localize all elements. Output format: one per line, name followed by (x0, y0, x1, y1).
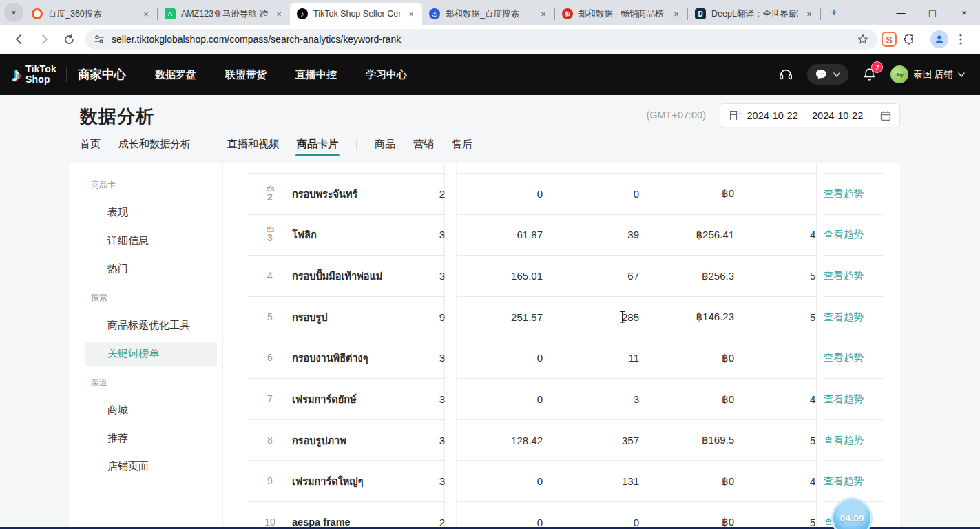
seller-center-nav: ♪ TikTok Shop 商家中心数据罗盘联盟带货直播中控学习中心 7 Jay… (0, 54, 980, 95)
analytics-tab-营销[interactable]: 营销 (413, 138, 434, 156)
back-button[interactable] (9, 29, 30, 50)
store-switcher[interactable]: Jay 泰国 店铺 (890, 65, 965, 83)
analytics-tab-首页[interactable]: 首页 (80, 138, 101, 156)
view-trend-link[interactable]: 查看趋势 (824, 256, 879, 296)
window-close-button[interactable]: × (948, 0, 980, 25)
browser-tab-title: 百度_360搜索 (48, 8, 135, 20)
browser-tab[interactable]: 百度_360搜索× (25, 3, 157, 25)
sidebar-item-商城[interactable]: 商城 (85, 398, 217, 422)
tab-close-icon[interactable]: × (538, 8, 549, 19)
browser-tab-title: DeepL翻译：全世界最准 (711, 8, 798, 20)
nav-item-学习中心[interactable]: 学习中心 (366, 68, 407, 81)
date-start-value[interactable]: 2024-10-22 (747, 110, 798, 121)
keyword-cell: กรอบรูป (292, 297, 438, 338)
browser-tab[interactable]: ⚓郑和数据_百度搜索× (422, 3, 554, 25)
metric-cell-b: 3 (570, 379, 639, 419)
tab-search-chevron-icon[interactable]: ▾ (4, 3, 23, 22)
view-trend-link[interactable]: 查看趋势 (824, 215, 879, 256)
metric-cell-b: 0 (570, 174, 639, 214)
url-bar[interactable]: seller.tiktokglobalshop.com/compass/sear… (85, 29, 877, 50)
sidebar-item-推荐[interactable]: 推荐 (85, 426, 217, 450)
browser-tab[interactable]: ♪TikTok Shop Seller Cente× (290, 3, 422, 25)
nav-item-联盟带货[interactable]: 联盟带货 (225, 68, 267, 81)
nav-item-商家中心[interactable]: 商家中心 (78, 66, 126, 83)
sidebar-item-关键词榜单[interactable]: 关键词榜单 (85, 342, 217, 366)
messages-button[interactable] (807, 64, 848, 85)
sidebar-section-label: 搜索 (80, 292, 222, 304)
metric-cell-b: 0 (570, 502, 639, 529)
sidebar-section-label: 渠道 (80, 377, 222, 388)
nav-item-数据罗盘[interactable]: 数据罗盘 (155, 68, 196, 81)
sidebar-item-商品标题优化工具[interactable]: 商品标题优化工具 (85, 313, 217, 338)
view-trend-link[interactable]: 查看趋势 (824, 338, 879, 379)
browser-tab[interactable]: DDeepL翻译：全世界最准× (688, 3, 820, 25)
rank-cell: 2 (256, 174, 284, 214)
date-range-picker[interactable]: 日: 2024-10-22 - 2024-10-22 (720, 103, 900, 127)
forward-button[interactable] (34, 29, 54, 50)
keyword-cell: กรอบพระจันทร์ (292, 174, 438, 214)
gmv-cell: ฿256.3 (651, 256, 734, 296)
sidebar-item-热门[interactable]: 热门 (85, 257, 217, 281)
browser-profile-avatar[interactable] (930, 30, 948, 48)
nav-divider (66, 67, 67, 82)
metric-cell-a: 0 (474, 174, 543, 214)
browser-tab[interactable]: AAMZ123亚马逊导航-跨境× (158, 3, 290, 25)
analytics-tab-成长和数据分析[interactable]: 成长和数据分析 (118, 138, 191, 156)
tab-close-icon[interactable]: × (273, 8, 284, 19)
notifications-button[interactable]: 7 (862, 67, 877, 82)
tab-close-icon[interactable]: × (671, 8, 682, 19)
analytics-tab-商品卡片[interactable]: 商品卡片 (297, 138, 338, 156)
keyword-cell: เฟรมการ์ดใหญ่ๆ (292, 461, 438, 501)
metric-cell-b: 357 (570, 420, 639, 461)
tab-close-icon[interactable]: × (804, 8, 815, 19)
reload-button[interactable] (59, 29, 79, 50)
gmv-cell: ฿256.41 (651, 215, 734, 256)
view-trend-link[interactable]: 查看趋势 (824, 461, 879, 501)
sidebar-item-店铺页面[interactable]: 店铺页面 (85, 455, 217, 479)
table-row: 3โฟลิก361.8739฿256.414查看趋势 (248, 214, 884, 256)
support-headset-icon[interactable] (778, 67, 793, 82)
bookmark-star-icon[interactable] (857, 33, 869, 45)
browser-tab-title: TikTok Shop Seller Cente (313, 9, 400, 19)
browser-tab-strip: ▾ 百度_360搜索×AAMZ123亚马逊导航-跨境×♪TikTok Shop … (0, 0, 980, 25)
frozen-column-gap-right (817, 163, 824, 529)
extension-s-icon[interactable]: S (882, 32, 897, 47)
tab-close-icon[interactable]: × (406, 8, 417, 19)
site-info-icon[interactable] (94, 34, 105, 45)
extensions-puzzle-icon[interactable] (899, 29, 919, 50)
browser-tab-title: 郑和数据_百度搜索 (446, 8, 532, 20)
analytics-tab-售后[interactable]: 售后 (452, 138, 472, 156)
gmv-cell: ฿0 (651, 338, 734, 379)
analytics-tab-直播和视频[interactable]: 直播和视频 (227, 138, 279, 156)
rank-cell: 9 (256, 461, 284, 501)
analytics-tab-商品[interactable]: 商品 (375, 138, 395, 156)
keyword-cell: กรอบงานพิธีต่างๆ (292, 338, 438, 379)
window-minimize-button[interactable]: — (885, 0, 917, 25)
sidebar-item-详细信息[interactable]: 详细信息 (85, 229, 217, 253)
view-trend-link[interactable]: 查看趋势 (824, 420, 879, 461)
rank-cell: 8 (256, 420, 284, 461)
sidebar-section-label: 商品卡 (80, 179, 222, 191)
chat-bubble-icon (815, 68, 828, 81)
clipped-value-left: 9 (428, 297, 445, 338)
rank-number: 7 (267, 394, 273, 404)
browser-menu-kebab-icon[interactable] (950, 29, 971, 50)
window-maximize-button[interactable]: ▢ (917, 0, 948, 25)
new-tab-button[interactable]: + (825, 3, 843, 21)
url-text[interactable]: seller.tiktokglobalshop.com/compass/sear… (112, 34, 857, 45)
nav-item-直播中控[interactable]: 直播中控 (295, 68, 337, 81)
metric-cell-b: 39 (570, 215, 639, 256)
sidebar-item-表现[interactable]: 表现 (85, 200, 217, 225)
view-trend-link[interactable]: 查看趋势 (824, 174, 879, 214)
metric-cell-a: 0 (474, 461, 543, 501)
browser-tab-title: AMZ123亚马逊导航-跨境 (181, 8, 268, 20)
date-end-value[interactable]: 2024-10-22 (812, 110, 863, 121)
tab-close-icon[interactable]: × (140, 8, 152, 19)
view-trend-link[interactable]: 查看趋势 (824, 379, 879, 419)
calendar-icon[interactable] (880, 110, 891, 121)
clipped-value-left: 3 (428, 420, 445, 461)
toolbar-separator (926, 33, 926, 45)
view-trend-link[interactable]: 查看趋势 (824, 297, 879, 338)
browser-tab[interactable]: 和郑和数据 - 畅销商品榜× (555, 3, 687, 25)
clipped-value-left: 3 (428, 215, 445, 256)
